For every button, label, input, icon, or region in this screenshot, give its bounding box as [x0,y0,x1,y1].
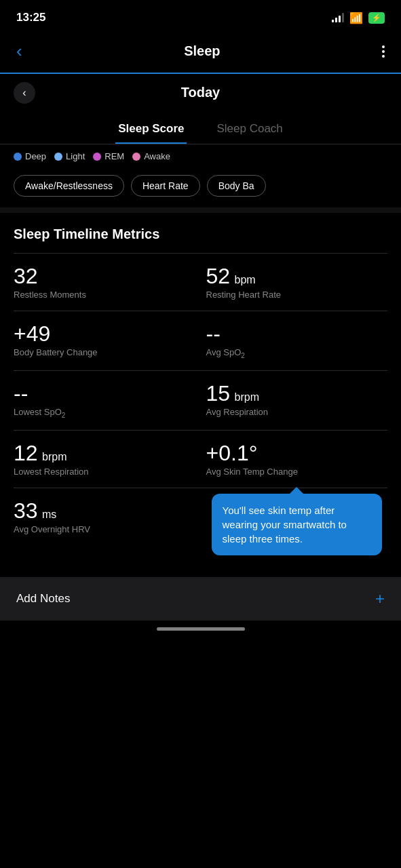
metrics-row-3: -- Lowest SpO2 15 brpm Avg Respiration [14,370,387,430]
metric-lspo2-label: Lowest SpO2 [14,407,190,419]
legend-light-dot [54,153,62,161]
metrics-row-4: 12 brpm Lowest Respiration +0.1° Avg Ski… [14,430,387,488]
filter-heart-rate[interactable]: Heart Rate [131,175,200,197]
metric-stemp-label: Avg Skin Temp Change [206,467,383,477]
metric-lresp-value: 12 brpm [14,441,190,465]
signal-icon [332,13,344,22]
metrics-section: Sleep Timeline Metrics 32 Restless Momen… [0,213,401,566]
metrics-title: Sleep Timeline Metrics [14,226,387,242]
metric-hrv-value: 33 ms [14,499,190,523]
metric-rhr-value: 52 bpm [206,264,383,288]
metric-aspo2-label: Avg SpO2 [206,347,383,359]
home-bar [157,627,245,631]
metric-lowest-respiration: 12 brpm Lowest Respiration [14,441,195,477]
metric-lresp-label: Lowest Respiration [14,467,190,477]
section-divider [0,208,401,213]
wifi-icon: 📶 [349,12,363,24]
metric-restless-value: 32 [14,264,190,288]
status-time: 13:25 [16,11,45,24]
metric-avg-spo2: -- Avg SpO2 [195,322,388,359]
date-row: ‹ Today [0,74,401,111]
metric-aresp-label: Avg Respiration [206,407,383,417]
add-notes-plus-button[interactable]: + [375,589,385,608]
metric-skin-temp: +0.1° Avg Skin Temp Change [195,441,388,477]
add-notes-label: Add Notes [16,592,70,606]
metric-hrv-label: Avg Overnight HRV [14,524,190,534]
tab-sleep-coach[interactable]: Sleep Coach [214,117,285,144]
metric-tooltip-cell: You'll see skin temp after wearing your … [195,499,388,555]
filter-body-battery[interactable]: Body Ba [207,175,266,197]
metrics-row-1: 32 Restless Moments 52 bpm Resting Heart… [14,253,387,311]
metric-hrv: 33 ms Avg Overnight HRV [14,499,195,555]
metric-bb-label: Body Battery Change [14,347,190,357]
date-label: Today [181,85,220,100]
legend-deep-dot [14,153,22,161]
metrics-row-5: 33 ms Avg Overnight HRV You'll see skin … [14,488,387,566]
more-menu-button[interactable] [379,43,387,60]
metric-aspo2-value: -- [206,322,383,346]
legend-awake: Awake [132,151,170,161]
legend-row: Deep Light REM Awake [0,144,401,168]
legend-rem-dot [93,153,101,161]
legend-awake-dot [132,153,140,161]
page-title: Sleep [184,43,220,59]
metric-restless-label: Restless Moments [14,290,190,300]
date-back-button[interactable]: ‹ [14,82,35,104]
legend-light: Light [54,151,85,161]
metric-restless-moments: 32 Restless Moments [14,264,195,300]
status-bar: 13:25 📶 ⚡ [0,0,401,33]
metric-resting-heart-rate: 52 bpm Resting Heart Rate [195,264,388,300]
filter-row: Awake/Restlessness Heart Rate Body Ba [0,168,401,208]
metric-aresp-value: 15 brpm [206,382,383,406]
metric-rhr-label: Resting Heart Rate [206,290,383,300]
tab-sleep-score[interactable]: Sleep Score [115,117,187,144]
metric-body-battery: +49 Body Battery Change [14,322,195,359]
status-icons: 📶 ⚡ [332,12,385,24]
legend-rem: REM [93,151,124,161]
filter-awake-restlessness[interactable]: Awake/Restlessness [14,175,124,197]
battery-icon: ⚡ [368,12,385,24]
metric-lowest-spo2: -- Lowest SpO2 [14,382,195,419]
metrics-grid: 32 Restless Moments 52 bpm Resting Heart… [14,253,387,566]
home-indicator [0,620,401,635]
add-notes-bar[interactable]: Add Notes + [0,577,401,620]
skin-temp-tooltip: You'll see skin temp after wearing your … [212,494,383,555]
legend-deep: Deep [14,151,46,161]
metrics-row-2: +49 Body Battery Change -- Avg SpO2 [14,311,387,370]
nav-header: ‹ Sleep [0,33,401,74]
back-button[interactable]: ‹ [14,38,25,64]
metric-stemp-value: +0.1° [206,441,383,465]
tabs-row: Sleep Score Sleep Coach [0,111,401,144]
metric-avg-respiration: 15 brpm Avg Respiration [195,382,388,419]
metric-bb-value: +49 [14,322,190,346]
metric-lspo2-value: -- [14,382,190,406]
